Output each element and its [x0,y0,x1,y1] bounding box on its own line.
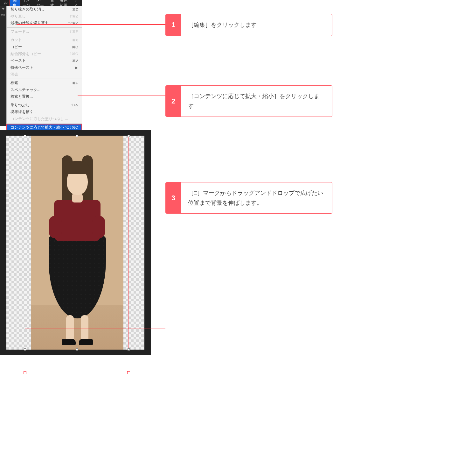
menu-copy-merged: 結合部分をコピー⇧⌘C [7,51,82,58]
menu-paste[interactable]: ペースト⌘V [7,57,82,64]
transform-handle-left[interactable] [24,371,26,374]
menu-find-replace[interactable]: 検索と置換... [7,93,82,100]
transform-handle-tr[interactable] [128,135,130,137]
menu-undo[interactable]: 切り抜きの取り消し⌘Z [7,6,82,13]
step-number-badge: 2 [166,86,181,117]
menu-paste-special[interactable]: 特殊ペースト▶ [7,64,82,71]
zoom-readout: 0% [1,13,5,16]
menu-redo: やり直し⇧⌘Z [7,13,82,20]
menu-fade: フェード...⇧⌘F [7,28,82,35]
transform-handle-bl[interactable] [24,348,26,351]
menubar: ル 編集 イメージ レイヤー 書式 選択範囲 フィ [0,0,82,6]
connector-line [128,329,165,329]
left-toolbar-strip: 0% [0,6,6,126]
connector-line [25,329,128,329]
callout-2: 2 ［コンテンツに応じて拡大・縮小］をクリックします [165,85,332,117]
menu-stroke[interactable]: 境界線を描く... [7,109,82,116]
step-text: ［編集］をクリックします [181,14,332,36]
menu-spell[interactable]: スペルチェック... [7,87,82,94]
step-number-badge: 3 [166,182,181,213]
connector-line [78,96,165,96]
menu-ca-fill: コンテンツに応じた塗りつぶし ... [7,116,82,123]
menu-item-trunc-left: ル [1,0,10,6]
menu-fill[interactable]: 塗りつぶし...⇧F5 [7,102,82,109]
callout-1: 1 ［編集］をクリックします [165,14,332,36]
transform-handle-tl[interactable] [24,135,26,137]
transform-handle-bm[interactable] [76,348,78,351]
chevron-down-icon [2,8,4,10]
transform-bounding-box[interactable] [25,136,128,350]
menu-find[interactable]: 検索⌘F [7,80,82,87]
step-number-badge: 1 [166,14,181,36]
menu-step-back[interactable]: 最後の状態を切り替え⌥⌘Z [7,20,82,27]
transform-handle-br[interactable] [128,348,130,351]
callout-3: 3 ［□］マークからドラッグアンドドロップで広げたい位置まで背景を伸ばします。 [165,182,332,214]
transform-handle-right[interactable] [127,371,130,374]
transform-handle-tm[interactable] [76,135,78,137]
connector-line [17,24,165,25]
menu-copy[interactable]: コピー⌘C [7,44,82,51]
menu-cut: カット⌘X [7,37,82,44]
step-text: ［コンテンツに応じて拡大・縮小］をクリックします [181,86,332,117]
step-text: ［□］マークからドラッグアンドドロップで広げたい位置まで背景を伸ばします。 [181,182,332,213]
canvas-frame [0,130,151,355]
submenu-arrow-icon: ▶ [75,66,78,70]
connector-line [128,199,165,199]
menu-purge: 消去 [7,71,82,78]
